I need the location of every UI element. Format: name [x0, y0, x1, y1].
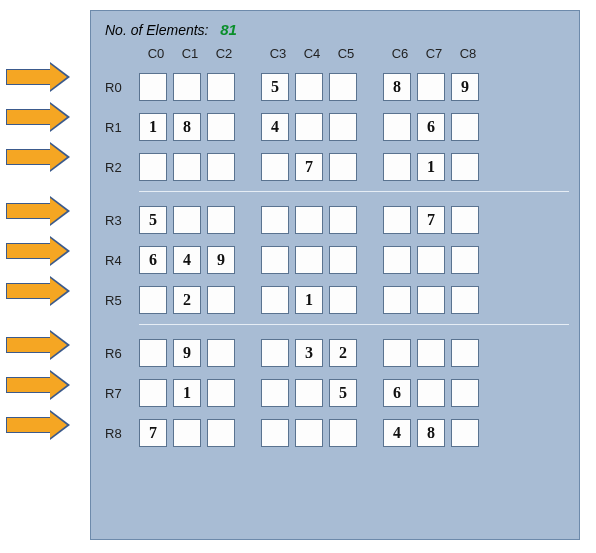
sudoku-cell[interactable] — [329, 206, 357, 234]
sudoku-cell[interactable] — [207, 73, 235, 101]
sudoku-cell[interactable] — [329, 419, 357, 447]
sudoku-cell[interactable] — [207, 206, 235, 234]
column-headers: C0 C1 C2 C3 C4 C5 C6 C7 C8 — [105, 46, 565, 61]
sudoku-cell[interactable] — [295, 206, 323, 234]
sudoku-cell[interactable]: 4 — [383, 419, 411, 447]
sudoku-cell[interactable] — [207, 153, 235, 181]
sudoku-cell[interactable] — [261, 286, 289, 314]
sudoku-row: R11846 — [105, 111, 565, 143]
col-header: C3 — [261, 46, 295, 61]
row-header: R7 — [105, 386, 139, 401]
sudoku-cell[interactable] — [261, 153, 289, 181]
sudoku-cell[interactable]: 5 — [261, 73, 289, 101]
sudoku-cell[interactable] — [139, 379, 167, 407]
sudoku-cell[interactable] — [295, 419, 323, 447]
sudoku-cell[interactable] — [261, 246, 289, 274]
sudoku-cell[interactable] — [207, 419, 235, 447]
sudoku-cell[interactable] — [261, 419, 289, 447]
row-header: R0 — [105, 80, 139, 95]
sudoku-cell[interactable] — [417, 339, 445, 367]
sudoku-cell[interactable]: 1 — [417, 153, 445, 181]
sudoku-cell[interactable]: 6 — [417, 113, 445, 141]
sudoku-cell[interactable] — [451, 419, 479, 447]
sudoku-cell[interactable]: 6 — [383, 379, 411, 407]
sudoku-cell[interactable]: 4 — [261, 113, 289, 141]
col-header: C4 — [295, 46, 329, 61]
sudoku-cell[interactable] — [295, 379, 323, 407]
row-header: R5 — [105, 293, 139, 308]
sudoku-row: R6932 — [105, 337, 565, 369]
sudoku-cell[interactable]: 5 — [139, 206, 167, 234]
sudoku-cell[interactable]: 4 — [173, 246, 201, 274]
sudoku-cell[interactable] — [329, 153, 357, 181]
sudoku-cell[interactable]: 1 — [295, 286, 323, 314]
sudoku-cell[interactable] — [173, 206, 201, 234]
sudoku-cell[interactable] — [451, 153, 479, 181]
sudoku-cell[interactable] — [329, 73, 357, 101]
sudoku-cell[interactable]: 8 — [383, 73, 411, 101]
sudoku-cell[interactable]: 6 — [139, 246, 167, 274]
sudoku-cell[interactable]: 9 — [207, 246, 235, 274]
sudoku-cell[interactable]: 2 — [173, 286, 201, 314]
sudoku-cell[interactable] — [329, 246, 357, 274]
sudoku-cell[interactable]: 3 — [295, 339, 323, 367]
element-count-value: 81 — [220, 21, 237, 38]
sudoku-cell[interactable] — [417, 379, 445, 407]
sudoku-cell[interactable] — [295, 246, 323, 274]
sudoku-cell[interactable]: 7 — [417, 206, 445, 234]
sudoku-cell[interactable] — [207, 286, 235, 314]
sudoku-cell[interactable]: 8 — [173, 113, 201, 141]
sudoku-cell[interactable] — [383, 339, 411, 367]
sudoku-cell[interactable] — [261, 206, 289, 234]
sudoku-cell[interactable] — [173, 153, 201, 181]
sudoku-cell[interactable]: 2 — [329, 339, 357, 367]
sudoku-cell[interactable] — [451, 206, 479, 234]
sudoku-cell[interactable] — [451, 246, 479, 274]
sudoku-cell[interactable] — [207, 113, 235, 141]
sudoku-cell[interactable] — [417, 246, 445, 274]
col-header: C0 — [139, 46, 173, 61]
arrow-icon — [6, 236, 78, 266]
sudoku-row: R357 — [105, 204, 565, 236]
sudoku-cell[interactable] — [173, 419, 201, 447]
row-header: R1 — [105, 120, 139, 135]
sudoku-cell[interactable] — [383, 113, 411, 141]
sudoku-cell[interactable]: 8 — [417, 419, 445, 447]
sudoku-cell[interactable] — [139, 339, 167, 367]
sudoku-cell[interactable]: 9 — [451, 73, 479, 101]
arrow-icon — [6, 370, 78, 400]
sudoku-row: R271 — [105, 151, 565, 183]
sudoku-cell[interactable] — [261, 339, 289, 367]
sudoku-cell[interactable]: 1 — [173, 379, 201, 407]
col-header: C8 — [451, 46, 485, 61]
sudoku-cell[interactable] — [139, 286, 167, 314]
band-divider — [139, 324, 569, 325]
sudoku-cell[interactable] — [139, 153, 167, 181]
sudoku-cell[interactable]: 7 — [139, 419, 167, 447]
sudoku-cell[interactable] — [383, 206, 411, 234]
sudoku-cell[interactable] — [329, 286, 357, 314]
sudoku-cell[interactable] — [383, 246, 411, 274]
sudoku-cell[interactable] — [295, 73, 323, 101]
sudoku-cell[interactable] — [261, 379, 289, 407]
sudoku-cell[interactable] — [451, 339, 479, 367]
sudoku-cell[interactable]: 9 — [173, 339, 201, 367]
sudoku-cell[interactable]: 7 — [295, 153, 323, 181]
sudoku-cell[interactable] — [451, 113, 479, 141]
sudoku-cell[interactable] — [329, 113, 357, 141]
sudoku-cell[interactable] — [173, 73, 201, 101]
sudoku-cell[interactable] — [139, 73, 167, 101]
sudoku-cell[interactable] — [451, 379, 479, 407]
sudoku-cell[interactable] — [417, 73, 445, 101]
sudoku-cell[interactable] — [417, 286, 445, 314]
sudoku-cell[interactable]: 1 — [139, 113, 167, 141]
sudoku-cell[interactable] — [383, 286, 411, 314]
arrow-icon — [6, 102, 78, 132]
band-divider — [139, 191, 569, 192]
sudoku-cell[interactable] — [295, 113, 323, 141]
sudoku-cell[interactable]: 5 — [329, 379, 357, 407]
sudoku-cell[interactable] — [383, 153, 411, 181]
sudoku-cell[interactable] — [207, 379, 235, 407]
sudoku-cell[interactable] — [207, 339, 235, 367]
sudoku-cell[interactable] — [451, 286, 479, 314]
